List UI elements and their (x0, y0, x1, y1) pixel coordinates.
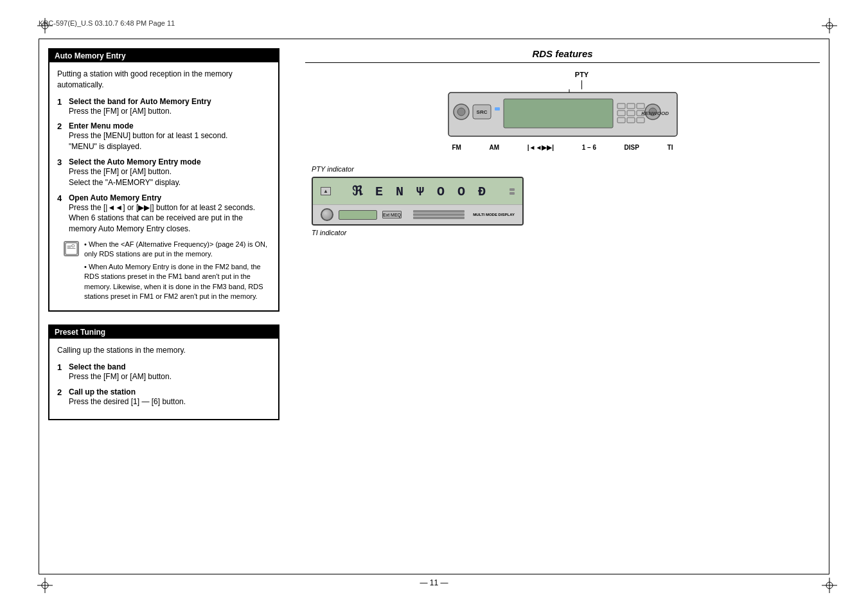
preset-tuning-intro: Calling up the stations in the memory. (57, 345, 270, 356)
note-icon (64, 241, 79, 256)
left-column: Auto Memory Entry Putting a station with… (48, 48, 292, 565)
auto-memory-entry-content: Putting a station with good reception in… (49, 62, 278, 310)
svg-text:SRC: SRC (476, 109, 487, 115)
pty-indicator-section: PTY indicator ▲ ℜ Ε Ν Ψ Ο Ο Ð (312, 165, 820, 236)
svg-rect-16 (72, 245, 75, 247)
preset-step-2-desc: Press the desired [1] — [6] button. (69, 396, 270, 407)
radio-unit-illustration: SRC (447, 89, 678, 152)
note-text: • When the <AF (Alternative Frequency)> … (84, 240, 270, 304)
step-2-title: Enter Menu mode (69, 121, 270, 130)
label-ti: TI (668, 144, 673, 151)
top-bar: KRC-597(E)_U.S 03.10.7 6:48 PM Page 11 (39, 19, 829, 27)
radio-labels-row: FM AM |◄◄▶▶| 1 – 6 DISP TI (447, 143, 678, 152)
top-rule (39, 39, 829, 39)
svg-rect-28 (627, 111, 635, 116)
ti-indicator-label: TI indicator (312, 229, 346, 236)
multi-mode-text: MULTI MODE DISPLAY (473, 213, 515, 217)
preset-step-1: 1 Select the band Press the [FM] or [AM]… (57, 362, 270, 382)
step-2-content: Enter Menu mode Press the [MENU] button … (69, 121, 270, 152)
bottom-rule (39, 574, 829, 574)
label-fm: FM (452, 144, 461, 151)
preset-step-1-desc: Press the [FM] or [AM] button. (69, 371, 270, 382)
step-4-content: Open Auto Memory Entry Press the [|◄◄] o… (69, 193, 270, 235)
pty-indicator-label: PTY indicator (312, 165, 354, 173)
svg-rect-23 (504, 99, 613, 128)
step-4-desc: Press the [|◄◄] or [▶▶|] button for at l… (69, 202, 270, 235)
svg-rect-22 (495, 107, 500, 111)
filename-info: KRC-597(E)_U.S 03.10.7 6:48 PM Page 11 (39, 19, 175, 27)
svg-rect-13 (67, 247, 71, 247)
svg-rect-31 (627, 118, 635, 123)
pty-arrow-line (581, 80, 582, 89)
svg-rect-15 (67, 245, 72, 246)
svg-rect-26 (637, 103, 644, 109)
pty-display-text: ℜ Ε Ν Ψ Ο Ο Ð (331, 183, 509, 199)
step-2-desc: Press the [MENU] button for at least 1 s… (69, 130, 270, 152)
step-1-content: Select the band for Auto Memory Entry Pr… (69, 97, 270, 117)
crosshair-br (822, 578, 837, 595)
right-column: RDS features PTY SRC (292, 48, 820, 565)
page-number: — 11 — (420, 578, 448, 587)
preset-step-1-title: Select the band (69, 362, 270, 371)
step-3-number: 3 (57, 157, 69, 188)
pty-indicator-display: ▲ ℜ Ε Ν Ψ Ο Ο Ð (312, 177, 524, 226)
preset-step-2-title: Call up the station (69, 387, 270, 396)
preset-tuning-title: Preset Tuning (49, 326, 278, 339)
auto-memory-intro: Putting a station with good reception in… (57, 69, 270, 91)
step-4-number: 4 (57, 193, 69, 235)
label-seek: |◄◄▶▶| (527, 144, 554, 151)
step-1-title: Select the band for Auto Memory Entry (69, 97, 270, 106)
note-box: • When the <AF (Alternative Frequency)> … (64, 240, 270, 304)
step-2-number: 2 (57, 121, 69, 152)
preset-step-1-number: 1 (57, 362, 69, 382)
note-bullet-1: • When the <AF (Alternative Frequency)> … (84, 240, 270, 260)
rds-title: RDS features (305, 48, 820, 63)
label-disp: DISP (624, 144, 639, 151)
svg-rect-30 (617, 118, 625, 123)
step-3-desc: Press the [FM] or [AM] button.Select the… (69, 166, 270, 188)
step-1: 1 Select the band for Auto Memory Entry … (57, 97, 270, 117)
svg-rect-27 (617, 111, 625, 116)
step-4: 4 Open Auto Memory Entry Press the [|◄◄]… (57, 193, 270, 235)
label-preset: 1 – 6 (582, 144, 596, 151)
svg-rect-14 (67, 248, 76, 249)
label-am: AM (490, 144, 500, 151)
step-4-title: Open Auto Memory Entry (69, 193, 270, 202)
auto-memory-entry-section: Auto Memory Entry Putting a station with… (48, 48, 279, 312)
step-1-number: 1 (57, 97, 69, 117)
step-3-title: Select the Auto Memory Entry mode (69, 157, 270, 166)
step-3: 3 Select the Auto Memory Entry mode Pres… (57, 157, 270, 188)
pty-top-label: PTY (575, 71, 589, 78)
preset-step-1-content: Select the band Press the [FM] or [AM] b… (69, 362, 270, 382)
crosshair-bl (37, 578, 53, 595)
left-rule (39, 39, 39, 574)
step-3-content: Select the Auto Memory Entry mode Press … (69, 157, 270, 188)
svg-rect-25 (627, 103, 635, 109)
svg-text:KENWOOD: KENWOOD (641, 111, 669, 116)
main-content: Auto Memory Entry Putting a station with… (48, 48, 820, 565)
preset-step-2-content: Call up the station Press the desired [1… (69, 387, 270, 407)
preset-tuning-section: Preset Tuning Calling up the stations in… (48, 324, 279, 420)
auto-memory-entry-title: Auto Memory Entry (49, 49, 278, 62)
step-1-desc: Press the [FM] or [AM] button. (69, 106, 270, 117)
radio-svg: SRC (447, 89, 678, 141)
preset-step-2-number: 2 (57, 387, 69, 407)
step-2: 2 Enter Menu mode Press the [MENU] butto… (57, 121, 270, 152)
svg-rect-32 (637, 118, 644, 123)
preset-tuning-content: Calling up the stations in the memory. 1… (49, 339, 278, 418)
svg-point-19 (457, 108, 465, 116)
preset-step-2: 2 Call up the station Press the desired … (57, 387, 270, 407)
right-rule (829, 39, 829, 574)
note-bullet-2: • When Auto Memory Entry is done in the … (84, 262, 270, 302)
svg-rect-24 (617, 103, 625, 109)
